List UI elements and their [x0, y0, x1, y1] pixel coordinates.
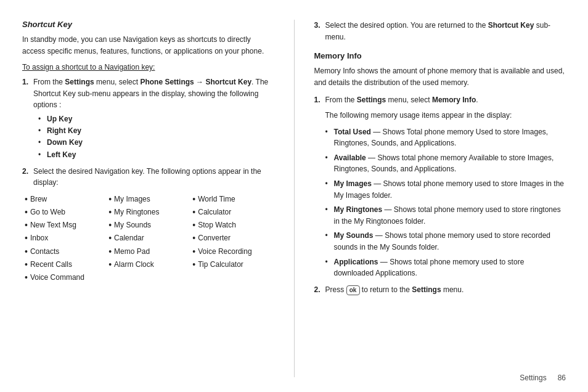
memory-info-title: Memory Info — [314, 51, 566, 60]
step-2: 2. Select the desired Navigation key. Th… — [22, 166, 274, 189]
bullet-my-images: My Images — Shows total phone memory use… — [325, 178, 566, 201]
left-column: Shortcut Key In standby mode, you can us… — [22, 20, 274, 377]
option-my-ringtones: My Ringtones — [108, 206, 190, 218]
memory-info-steps: 1. From the Settings menu, select Memory… — [314, 94, 566, 295]
footer-label: Settings — [520, 374, 546, 382]
subbullet-left-key: Left Key — [38, 149, 274, 161]
footer-page: 86 — [558, 374, 566, 382]
memory-step-2: 2. Press ok to return to the Settings me… — [314, 284, 566, 296]
assign-heading: To assign a shortcut to a Navigation key… — [22, 63, 274, 71]
memory-info-intro: Memory Info shows the amount of phone me… — [314, 65, 566, 88]
step-2-text: Select the desired Navigation key. The f… — [33, 167, 261, 187]
option-calculator: Calculator — [192, 206, 274, 218]
option-brew: Brew — [25, 194, 106, 205]
bullet-applications: Applications — Shows total phone memory … — [325, 256, 566, 279]
right-column: 3. Select the desired option. You are re… — [294, 20, 566, 377]
option-voice-recording: Voice Recording — [192, 246, 274, 257]
display-text: The following memory usage items appear … — [325, 110, 566, 121]
option-new-text-msg: New Text Msg — [25, 219, 106, 231]
option-stop-watch: Stop Watch — [192, 219, 274, 231]
bullet-my-sounds: My Sounds — Shows total phone memory use… — [325, 230, 566, 253]
options-col-2: My Images My Ringtones My Sounds Calenda… — [108, 194, 190, 283]
options-col-1: Brew Go to Web New Text Msg Inbox Contac… — [25, 194, 106, 283]
step-1: 1. From the Settings menu, select Phone … — [22, 76, 274, 161]
subbullet-down-key: Down Key — [38, 137, 274, 149]
option-world-time: World Time — [192, 194, 274, 205]
options-col-3: World Time Calculator Stop Watch Convert… — [192, 194, 274, 283]
page: Shortcut Key In standby mode, you can us… — [0, 0, 588, 392]
settings-bold-2: Settings — [357, 96, 386, 104]
subbullet-right-key: Right Key — [38, 125, 274, 137]
memory-step-2-text: Press ok to return to the Settings menu. — [325, 285, 464, 294]
option-contacts: Contacts — [25, 246, 106, 257]
shortcut-key-intro: In standby mode, you can use Navigation … — [22, 34, 274, 57]
phone-settings-bold: Phone Settings → Shortcut Key — [140, 78, 251, 86]
memory-step-1-num: 1. — [314, 94, 321, 106]
memory-step-2-num: 2. — [314, 284, 321, 296]
step-1-text: From the Settings menu, select Phone Set… — [33, 78, 268, 109]
options-grid: Brew Go to Web New Text Msg Inbox Contac… — [25, 194, 274, 283]
memory-bullets: Total Used — Shows Total phone memory Us… — [325, 126, 566, 279]
option-go-to-web: Go to Web — [25, 206, 106, 218]
shortcut-key-ref: Shortcut Key — [488, 21, 534, 30]
option-inbox: Inbox — [25, 232, 106, 243]
option-alarm-clock: Alarm Clock — [108, 259, 190, 270]
right-step-3: 3. Select the desired option. You are re… — [314, 20, 566, 43]
option-my-sounds: My Sounds — [108, 219, 190, 231]
option-voice-command: Voice Command — [25, 272, 106, 283]
option-tip-calculator: Tip Calculator — [192, 259, 274, 270]
option-my-images: My Images — [108, 194, 190, 205]
bullet-my-ringtones: My Ringtones — Shows total phone memory … — [325, 204, 566, 227]
option-recent-calls: Recent Calls — [25, 259, 106, 270]
option-converter: Converter — [192, 232, 274, 243]
right-steps-list: 3. Select the desired option. You are re… — [314, 20, 566, 43]
memory-step-1-text: From the Settings menu, select Memory In… — [325, 96, 478, 104]
right-step-3-text: Select the desired option. You are retur… — [325, 21, 551, 41]
option-memo-pad: Memo Pad — [108, 246, 190, 257]
footer: Settings 86 — [520, 374, 566, 382]
subbullet-up-key: Up Key — [38, 113, 274, 125]
memory-step-1: 1. From the Settings menu, select Memory… — [314, 94, 566, 279]
settings-bold-3: Settings — [412, 285, 441, 294]
shortcut-key-title: Shortcut Key — [22, 20, 274, 29]
option-calendar: Calendar — [108, 232, 190, 243]
ok-button-icon: ok — [346, 285, 360, 295]
step-1-num: 1. — [22, 76, 28, 88]
memory-info-ref: Memory Info — [432, 96, 476, 104]
settings-bold: Settings — [65, 78, 94, 86]
right-step-3-num: 3. — [314, 20, 321, 31]
subbullet-list: Up Key Right Key Down Key Left Key — [38, 113, 274, 161]
bullet-available: Available — Shows total phone memory Ava… — [325, 152, 566, 175]
bullet-total-used: Total Used — Shows Total phone memory Us… — [325, 126, 566, 149]
steps-list: 1. From the Settings menu, select Phone … — [22, 76, 274, 189]
step-2-num: 2. — [22, 166, 28, 178]
